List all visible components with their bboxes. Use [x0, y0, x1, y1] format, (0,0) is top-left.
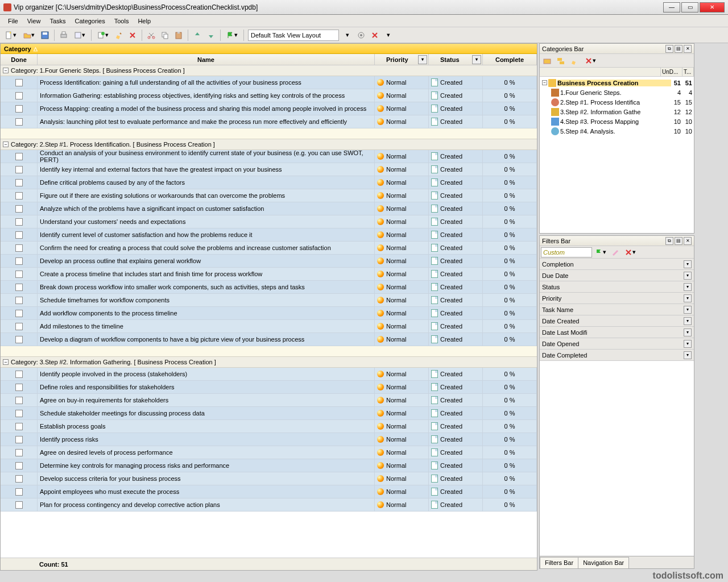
done-checkbox[interactable] [15, 231, 23, 239]
task-row[interactable]: Develop a diagram of workflow components… [1, 333, 537, 346]
expand-icon[interactable]: − [3, 359, 9, 365]
task-row[interactable]: Agree on buy-in requirements for stakeho… [1, 394, 537, 407]
done-checkbox[interactable] [15, 166, 23, 173]
task-row[interactable]: Add milestones to the timelineNormalCrea… [1, 320, 537, 333]
task-row[interactable]: Conduct an analysis of your business env… [1, 150, 537, 163]
done-checkbox[interactable] [15, 475, 23, 483]
task-row[interactable]: Schedule timeframes for workflow compone… [1, 294, 537, 307]
category-row[interactable]: −Category: 2.Step #1. Process Identifica… [1, 139, 537, 150]
panel-restore-button[interactable]: ⧉ [665, 237, 673, 245]
print-button[interactable] [57, 29, 70, 41]
task-row[interactable]: Establish process goalsNormalCreated0 % [1, 420, 537, 433]
done-checkbox[interactable] [15, 488, 23, 496]
new-doc-button[interactable]: ▾ [2, 29, 19, 41]
done-checkbox[interactable] [15, 205, 23, 213]
cat-edit-button[interactable] [568, 55, 581, 67]
task-row[interactable]: Information Gathering: establishing proc… [1, 89, 537, 102]
open-button[interactable]: ▾ [20, 29, 38, 41]
filter-icon[interactable]: ▾ [472, 55, 481, 64]
tree-node[interactable]: 5.Step #4. Analysis.1010 [540, 126, 694, 136]
delete-task-button[interactable] [126, 29, 139, 41]
column-name[interactable]: Name [38, 54, 375, 65]
task-row[interactable]: Develop success criteria for your busine… [1, 472, 537, 485]
export-button[interactable]: ▾ [71, 29, 88, 41]
menu-tools[interactable]: Tools [110, 16, 134, 26]
done-checkbox[interactable] [15, 410, 23, 417]
filter-clear-button[interactable] [609, 246, 622, 259]
filter-row[interactable]: Due Date▾ [540, 270, 694, 281]
task-row[interactable]: Define roles and responsibilities for st… [1, 381, 537, 394]
filter-row[interactable]: Date Last Modifi▾ [540, 327, 694, 338]
column-done[interactable]: Done [1, 54, 38, 65]
done-checkbox[interactable] [15, 436, 23, 443]
done-checkbox[interactable] [15, 271, 23, 278]
layout-dd-button[interactable]: ▾ [341, 29, 354, 41]
done-checkbox[interactable] [15, 501, 23, 509]
layout-delete-button[interactable] [369, 29, 381, 41]
move-up-button[interactable] [191, 29, 204, 41]
tree-node[interactable]: 1.Four Generic Steps.44 [540, 88, 694, 97]
task-row[interactable]: Define critical problems caused by any o… [1, 176, 537, 189]
dropdown-icon[interactable]: ▾ [684, 272, 692, 280]
menu-tasks[interactable]: Tasks [45, 16, 70, 26]
panel-close-button[interactable]: ✕ [684, 237, 692, 245]
filter-row[interactable]: Date Created▾ [540, 315, 694, 327]
menu-categories[interactable]: Categories [71, 16, 110, 26]
new-task-button[interactable]: ▾ [94, 29, 111, 41]
task-row[interactable]: Agree on desired levels of process perfo… [1, 446, 537, 459]
category-row[interactable]: −Category: 1.Four Generic Steps. [ Busin… [1, 65, 537, 76]
minimize-button[interactable]: — [663, 2, 680, 13]
dropdown-icon[interactable]: ▾ [684, 260, 692, 268]
done-checkbox[interactable] [15, 179, 23, 186]
task-row[interactable]: Break down process workflow into smaller… [1, 281, 537, 294]
dropdown-icon[interactable]: ▾ [684, 340, 692, 348]
done-checkbox[interactable] [15, 371, 23, 378]
expand-icon[interactable]: − [3, 142, 9, 147]
task-row[interactable]: Figure out if there are existing solutio… [1, 189, 537, 202]
dropdown-icon[interactable]: ▾ [684, 329, 692, 336]
done-checkbox[interactable] [15, 284, 23, 291]
edit-task-button[interactable] [113, 29, 125, 41]
done-checkbox[interactable] [15, 79, 23, 86]
done-checkbox[interactable] [15, 423, 23, 430]
tree-node[interactable]: −Business Process Creation5151 [540, 78, 694, 88]
dropdown-icon[interactable]: ▾ [684, 283, 692, 291]
tree-node[interactable]: 2.Step #1. Process Identifica1515 [540, 97, 694, 107]
filter-row[interactable]: Task Name▾ [540, 304, 694, 315]
maximize-button[interactable]: ▭ [681, 2, 698, 13]
filter-row[interactable]: Date Completed▾ [540, 350, 694, 361]
task-row[interactable]: Plan for process contingency and develop… [1, 498, 537, 512]
task-row[interactable]: Identify process risksNormalCreated0 % [1, 433, 537, 446]
filter-delete-button[interactable]: ▾ [622, 246, 639, 259]
close-button[interactable]: ✕ [700, 2, 725, 13]
menu-file[interactable]: File [3, 16, 23, 26]
copy-button[interactable] [159, 29, 171, 41]
panel-restore-button[interactable]: ⧉ [665, 45, 673, 53]
column-complete[interactable]: Complete [483, 54, 537, 65]
task-row[interactable]: Determine key controls for managing proc… [1, 459, 537, 472]
task-row[interactable]: Create a process timeline that includes … [1, 268, 537, 281]
filter-row[interactable]: Date Opened▾ [540, 338, 694, 350]
dropdown-icon[interactable]: ▾ [684, 317, 692, 325]
task-row[interactable]: Confirm the need for creating a process … [1, 242, 537, 255]
filter-icon[interactable]: ▾ [418, 55, 427, 64]
panel-pin-button[interactable]: ▤ [675, 45, 682, 53]
group-by-bar[interactable]: Category △ [1, 44, 537, 54]
menu-help[interactable]: Help [133, 16, 155, 26]
task-row[interactable]: Understand your customers' needs and exp… [1, 215, 537, 228]
done-checkbox[interactable] [15, 218, 23, 226]
panel-pin-button[interactable]: ▤ [675, 237, 682, 245]
filter-flag-button[interactable]: ▾ [592, 246, 609, 259]
panel-close-button[interactable]: ✕ [684, 45, 692, 53]
task-row[interactable]: Process Identification: gaining a full u… [1, 76, 537, 89]
task-row[interactable]: Appoint employees who must execute the p… [1, 485, 537, 498]
paste-button[interactable] [172, 29, 185, 41]
done-checkbox[interactable] [15, 192, 23, 199]
done-checkbox[interactable] [15, 462, 23, 469]
task-row[interactable]: Add workflow components to the process t… [1, 307, 537, 320]
tree-node[interactable]: 3.Step #2. Information Gathe1212 [540, 107, 694, 117]
done-checkbox[interactable] [15, 105, 23, 113]
done-checkbox[interactable] [15, 397, 23, 404]
task-row[interactable]: Identify current level of customer satis… [1, 228, 537, 242]
dropdown-icon[interactable]: ▾ [684, 351, 692, 359]
